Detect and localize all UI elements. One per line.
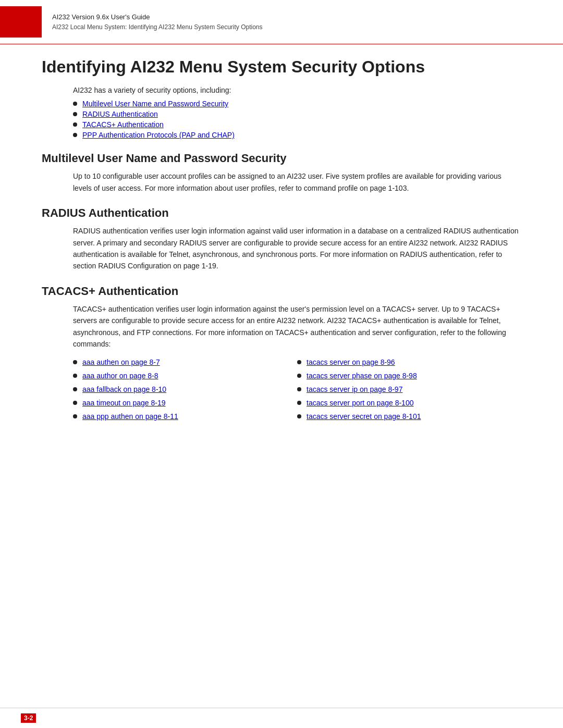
bullet-dot	[73, 401, 77, 405]
list-item: RADIUS Authentication	[73, 110, 521, 118]
page-footer: 3-2	[0, 708, 563, 728]
list-item: aaa ppp authen on page 8-11	[73, 412, 297, 421]
section-heading-radius: RADIUS Authentication	[42, 206, 521, 220]
list-item: tacacs server ip on page 8-97	[297, 385, 521, 393]
toc-link-ppp[interactable]: PPP Authentication Protocols (PAP and CH…	[82, 131, 235, 139]
header-title: AI232 Version 9.6x User's Guide	[52, 12, 263, 22]
logo-box	[0, 6, 42, 38]
bullet-dot	[73, 360, 77, 364]
bullet-dot	[73, 133, 77, 137]
toc-link-multilevel[interactable]: Multilevel User Name and Password Securi…	[82, 100, 228, 108]
list-item: aaa authen on page 8-7	[73, 358, 297, 366]
section-body-tacacs: TACACS+ authentication verifies user log…	[73, 303, 521, 350]
two-col-bullets: aaa authen on page 8-7 aaa author on pag…	[73, 358, 521, 426]
section-body-radius: RADIUS authentication verifies user logi…	[73, 225, 521, 272]
list-item: aaa timeout on page 8-19	[73, 399, 297, 407]
list-item: aaa author on page 8-8	[73, 372, 297, 380]
bullet-col-right: tacacs server on page 8-96 tacacs server…	[297, 358, 521, 426]
toc-link-radius[interactable]: RADIUS Authentication	[82, 110, 158, 118]
list-item: tacacs server port on page 8-100	[297, 399, 521, 407]
main-content: Identifying AI232 Menu System Security O…	[0, 44, 563, 438]
bullet-dot	[73, 374, 77, 378]
toc-list: Multilevel User Name and Password Securi…	[73, 100, 521, 139]
link-tacacs-server-phase[interactable]: tacacs server phase on page 8-98	[307, 372, 417, 380]
bullet-dot	[297, 387, 301, 391]
list-item: TACACS+ Authentication	[73, 120, 521, 129]
bullet-dot	[297, 374, 301, 378]
header-text: AI232 Version 9.6x User's Guide AI232 Lo…	[52, 6, 263, 38]
list-item: aaa fallback on page 8-10	[73, 385, 297, 393]
bullet-dot	[297, 401, 301, 405]
bullet-dot	[73, 387, 77, 391]
list-item: PPP Authentication Protocols (PAP and CH…	[73, 131, 521, 139]
section-body-multilevel: Up to 10 configurable user account profi…	[73, 170, 521, 194]
link-aaa-timeout[interactable]: aaa timeout on page 8-19	[82, 399, 166, 407]
link-tacacs-server-ip[interactable]: tacacs server ip on page 8-97	[307, 385, 402, 393]
intro-text: AI232 has a variety of security options,…	[73, 86, 521, 94]
bullet-dot	[73, 414, 77, 418]
section-heading-multilevel: Multilevel User Name and Password Securi…	[42, 152, 521, 165]
bullet-dot	[297, 414, 301, 418]
link-tacacs-server[interactable]: tacacs server on page 8-96	[307, 358, 395, 366]
bullet-dot	[73, 112, 77, 116]
link-tacacs-server-port[interactable]: tacacs server port on page 8-100	[307, 399, 413, 407]
list-item: tacacs server on page 8-96	[297, 358, 521, 366]
bullet-dot	[73, 102, 77, 106]
page-header: AI232 Version 9.6x User's Guide AI232 Lo…	[0, 0, 563, 44]
list-item: tacacs server secret on page 8-101	[297, 412, 521, 421]
toc-link-tacacs[interactable]: TACACS+ Authentication	[82, 120, 164, 129]
page-title: Identifying AI232 Menu System Security O…	[42, 57, 521, 77]
section-heading-tacacs: TACACS+ Authentication	[42, 285, 521, 298]
list-item: tacacs server phase on page 8-98	[297, 372, 521, 380]
footer-page-box: 3-2	[21, 713, 36, 723]
footer-page-num: 3-2	[21, 713, 39, 723]
bullet-dot	[297, 360, 301, 364]
page-container: AI232 Version 9.6x User's Guide AI232 Lo…	[0, 0, 563, 728]
bullet-col-left: aaa authen on page 8-7 aaa author on pag…	[73, 358, 297, 426]
list-item: Multilevel User Name and Password Securi…	[73, 100, 521, 108]
link-aaa-fallback[interactable]: aaa fallback on page 8-10	[82, 385, 166, 393]
link-aaa-author[interactable]: aaa author on page 8-8	[82, 372, 158, 380]
link-aaa-authen[interactable]: aaa authen on page 8-7	[82, 358, 160, 366]
link-aaa-ppp-authen[interactable]: aaa ppp authen on page 8-11	[82, 412, 178, 421]
bullet-dot	[73, 122, 77, 127]
header-subtitle: AI232 Local Menu System: Identifying AI2…	[52, 22, 263, 32]
link-tacacs-server-secret[interactable]: tacacs server secret on page 8-101	[307, 412, 421, 421]
